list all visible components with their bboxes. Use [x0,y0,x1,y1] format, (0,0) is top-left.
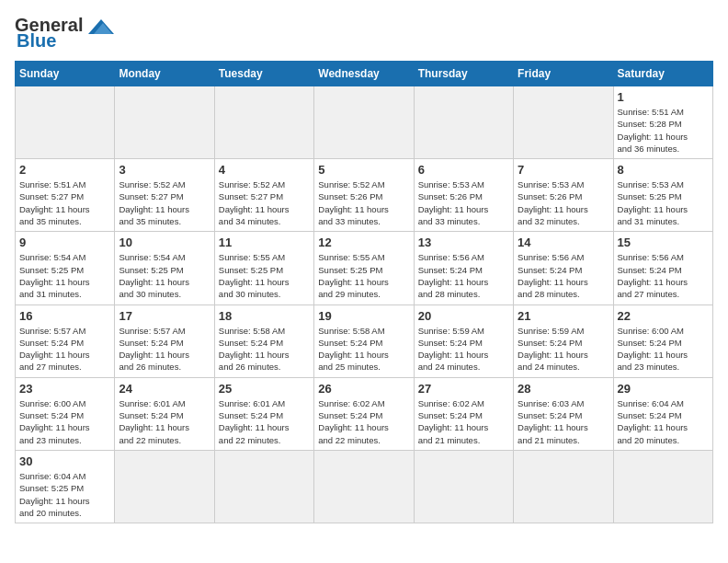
calendar-cell: 26Sunrise: 6:02 AM Sunset: 5:24 PM Dayli… [314,377,414,450]
logo: General Blue [15,15,118,52]
day-info: Sunrise: 5:56 AM Sunset: 5:24 PM Dayligh… [618,251,709,300]
day-info: Sunrise: 6:02 AM Sunset: 5:24 PM Dayligh… [318,397,409,446]
weekday-header-row: SundayMondayTuesdayWednesdayThursdayFrid… [16,62,713,86]
day-info: Sunrise: 5:55 AM Sunset: 5:25 PM Dayligh… [318,251,409,300]
calendar-cell: 24Sunrise: 6:01 AM Sunset: 5:24 PM Dayli… [115,377,214,450]
day-info: Sunrise: 5:57 AM Sunset: 5:24 PM Dayligh… [19,325,110,373]
day-info: Sunrise: 5:51 AM Sunset: 5:27 PM Dayligh… [19,178,110,227]
day-info: Sunrise: 6:04 AM Sunset: 5:25 PM Dayligh… [19,470,110,519]
day-number: 28 [518,382,609,396]
weekday-header-friday: Friday [514,62,613,86]
day-number: 22 [618,309,709,323]
calendar-cell: 5Sunrise: 5:52 AM Sunset: 5:26 PM Daylig… [314,159,414,232]
calendar-cell: 22Sunrise: 6:00 AM Sunset: 5:24 PM Dayli… [613,304,712,377]
calendar-cell: 19Sunrise: 5:58 AM Sunset: 5:24 PM Dayli… [314,304,414,377]
calendar-cell: 30Sunrise: 6:04 AM Sunset: 5:25 PM Dayli… [16,450,115,523]
day-info: Sunrise: 5:58 AM Sunset: 5:24 PM Dayligh… [318,325,409,373]
day-number: 5 [318,163,409,177]
logo-blue-text: Blue [17,30,56,52]
day-info: Sunrise: 6:00 AM Sunset: 5:24 PM Dayligh… [618,325,709,373]
calendar-cell: 14Sunrise: 5:56 AM Sunset: 5:24 PM Dayli… [514,232,613,304]
calendar-cell: 29Sunrise: 6:04 AM Sunset: 5:24 PM Dayli… [613,377,712,450]
day-number: 16 [19,309,110,323]
day-info: Sunrise: 5:56 AM Sunset: 5:24 PM Dayligh… [418,251,509,300]
calendar-cell [613,450,712,523]
weekday-header-thursday: Thursday [414,62,513,86]
day-number: 3 [119,163,210,177]
day-info: Sunrise: 5:52 AM Sunset: 5:27 PM Dayligh… [119,178,210,227]
day-number: 15 [618,236,709,249]
day-number: 20 [418,309,509,323]
calendar-row-2: 9Sunrise: 5:54 AM Sunset: 5:25 PM Daylig… [16,232,713,304]
day-number: 23 [19,382,110,396]
day-number: 17 [119,309,210,323]
calendar-table: SundayMondayTuesdayWednesdayThursdayFrid… [15,61,713,523]
calendar-row-0: 1Sunrise: 5:51 AM Sunset: 5:28 PM Daylig… [16,86,713,159]
calendar-cell: 1Sunrise: 5:51 AM Sunset: 5:28 PM Daylig… [613,86,712,159]
calendar-cell: 15Sunrise: 5:56 AM Sunset: 5:24 PM Dayli… [613,232,712,304]
day-info: Sunrise: 6:01 AM Sunset: 5:24 PM Dayligh… [119,397,210,446]
day-number: 12 [318,236,409,249]
day-info: Sunrise: 6:02 AM Sunset: 5:24 PM Dayligh… [418,397,509,446]
weekday-header-tuesday: Tuesday [214,62,313,86]
calendar-cell [414,450,513,523]
calendar-cell [16,86,115,159]
day-number: 27 [418,382,509,396]
calendar-cell: 21Sunrise: 5:59 AM Sunset: 5:24 PM Dayli… [514,304,613,377]
calendar-cell: 8Sunrise: 5:53 AM Sunset: 5:25 PM Daylig… [613,159,712,232]
day-info: Sunrise: 5:57 AM Sunset: 5:24 PM Dayligh… [119,325,210,373]
day-info: Sunrise: 5:53 AM Sunset: 5:26 PM Dayligh… [518,178,609,227]
calendar-cell [115,86,214,159]
day-number: 14 [518,236,609,249]
day-number: 1 [618,90,709,104]
weekday-header-saturday: Saturday [613,62,712,86]
day-info: Sunrise: 5:59 AM Sunset: 5:24 PM Dayligh… [418,325,509,373]
calendar-cell: 9Sunrise: 5:54 AM Sunset: 5:25 PM Daylig… [16,232,115,304]
day-number: 26 [318,382,409,396]
day-number: 29 [618,382,709,396]
calendar-cell: 10Sunrise: 5:54 AM Sunset: 5:25 PM Dayli… [115,232,214,304]
day-number: 25 [219,382,310,396]
day-info: Sunrise: 6:01 AM Sunset: 5:24 PM Dayligh… [219,397,310,446]
day-info: Sunrise: 5:55 AM Sunset: 5:25 PM Dayligh… [219,251,310,300]
day-number: 4 [219,163,310,177]
calendar-cell: 12Sunrise: 5:55 AM Sunset: 5:25 PM Dayli… [314,232,414,304]
calendar-cell: 23Sunrise: 6:00 AM Sunset: 5:24 PM Dayli… [16,377,115,450]
day-info: Sunrise: 6:00 AM Sunset: 5:24 PM Dayligh… [19,397,110,446]
day-number: 19 [318,309,409,323]
calendar-cell: 20Sunrise: 5:59 AM Sunset: 5:24 PM Dayli… [414,304,513,377]
calendar-cell [514,450,613,523]
day-number: 9 [19,236,110,249]
calendar-cell [414,86,513,159]
weekday-header-wednesday: Wednesday [314,62,414,86]
day-info: Sunrise: 6:04 AM Sunset: 5:24 PM Dayligh… [618,397,709,446]
day-info: Sunrise: 5:52 AM Sunset: 5:26 PM Dayligh… [318,178,409,227]
day-number: 24 [119,382,210,396]
day-info: Sunrise: 5:52 AM Sunset: 5:27 PM Dayligh… [219,178,310,227]
day-info: Sunrise: 5:54 AM Sunset: 5:25 PM Dayligh… [19,251,110,300]
calendar-cell [214,86,313,159]
calendar-row-1: 2Sunrise: 5:51 AM Sunset: 5:27 PM Daylig… [16,159,713,232]
calendar-cell [514,86,613,159]
day-info: Sunrise: 5:56 AM Sunset: 5:24 PM Dayligh… [518,251,609,300]
day-number: 30 [19,454,110,468]
calendar-cell: 17Sunrise: 5:57 AM Sunset: 5:24 PM Dayli… [115,304,214,377]
calendar-cell: 11Sunrise: 5:55 AM Sunset: 5:25 PM Dayli… [214,232,313,304]
day-info: Sunrise: 5:59 AM Sunset: 5:24 PM Dayligh… [518,325,609,373]
calendar-row-3: 16Sunrise: 5:57 AM Sunset: 5:24 PM Dayli… [16,304,713,377]
calendar-cell: 28Sunrise: 6:03 AM Sunset: 5:24 PM Dayli… [514,377,613,450]
calendar-cell [314,450,414,523]
day-info: Sunrise: 5:54 AM Sunset: 5:25 PM Dayligh… [119,251,210,300]
day-number: 8 [618,163,709,177]
day-info: Sunrise: 5:53 AM Sunset: 5:26 PM Dayligh… [418,178,509,227]
calendar-cell [314,86,414,159]
calendar-cell: 18Sunrise: 5:58 AM Sunset: 5:24 PM Dayli… [214,304,313,377]
weekday-header-monday: Monday [115,62,214,86]
day-number: 11 [219,236,310,249]
calendar-cell [214,450,313,523]
calendar-cell: 3Sunrise: 5:52 AM Sunset: 5:27 PM Daylig… [115,159,214,232]
calendar-cell: 27Sunrise: 6:02 AM Sunset: 5:24 PM Dayli… [414,377,513,450]
calendar-cell: 4Sunrise: 5:52 AM Sunset: 5:27 PM Daylig… [214,159,313,232]
day-info: Sunrise: 6:03 AM Sunset: 5:24 PM Dayligh… [518,397,609,446]
day-number: 10 [119,236,210,249]
